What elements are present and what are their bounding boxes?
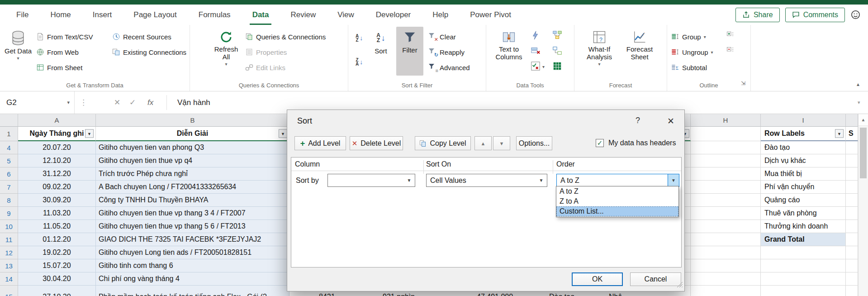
consolidate-icon[interactable] [552, 30, 562, 40]
subtotal-button[interactable]: Σ Subtotal [671, 61, 707, 74]
cell-date[interactable]: 01.12.20 [18, 233, 96, 246]
tab-view[interactable]: View [327, 5, 365, 25]
pivot-cell[interactable]: Thưởng kinh doanh [761, 220, 846, 233]
pivot-cell[interactable]: Mua thiết bị [761, 167, 846, 181]
hide-detail-icon[interactable] [726, 47, 734, 54]
confirm-entry-icon[interactable]: ✓ [129, 91, 136, 114]
cell-h[interactable] [691, 272, 761, 286]
cell-desc[interactable]: Chi phí ong vàng tháng 4 [96, 272, 289, 286]
cell-desc[interactable]: Gitiho chuyen tien thue vp q4 [96, 154, 289, 167]
chevron-down-icon[interactable]: ▼ [668, 174, 679, 186]
filter-dropdown-icon[interactable]: ▼ [85, 129, 94, 138]
dropdown-item-a-to-z[interactable]: A to Z [556, 186, 678, 196]
dropdown-item-z-to-a[interactable]: Z to A [556, 196, 678, 206]
pivot-cell[interactable] [761, 246, 846, 259]
cell-j[interactable] [846, 167, 858, 181]
row-header[interactable]: 14 [0, 272, 18, 286]
cell-h[interactable] [691, 220, 761, 233]
scroll-up-icon[interactable]: ▲ [859, 114, 868, 126]
cell-h1[interactable] [691, 127, 761, 141]
row-header[interactable]: 7 [0, 181, 18, 194]
group-button[interactable]: Group ▾ [671, 30, 706, 43]
tab-data[interactable]: Data [242, 5, 280, 25]
my-data-has-headers-checkbox[interactable]: ✓ [596, 139, 604, 147]
pivot-cell[interactable]: Phí vận chuyển [761, 181, 846, 194]
add-level-button[interactable]: + Add Level [294, 136, 346, 150]
row-header[interactable]: 12 [0, 246, 18, 259]
tab-formulas[interactable]: Formulas [188, 5, 242, 25]
cell-date[interactable]: 27.10.20 [18, 286, 96, 296]
pivot-cell[interactable]: Thuê văn phòng [761, 207, 846, 220]
from-sheet-button[interactable]: From Sheet [36, 61, 82, 74]
comments-button[interactable]: Comments [785, 8, 845, 22]
relationships-icon[interactable] [552, 46, 562, 56]
scrollbar-thumb[interactable] [860, 128, 867, 178]
cell-h[interactable] [691, 167, 761, 181]
forecast-sheet-button[interactable]: Forecast Sheet [621, 27, 658, 61]
cell-j[interactable] [846, 233, 858, 246]
order-combo[interactable]: A to Z ▼ [556, 174, 679, 187]
cell-desc[interactable]: A Bach chuyen Long / FT20041333265634 [96, 181, 289, 194]
chevron-down-icon[interactable]: ▾ [542, 65, 545, 69]
row-header[interactable]: 8 [0, 194, 18, 207]
row-header[interactable]: 4 [0, 141, 18, 154]
ok-button[interactable]: OK [572, 272, 623, 286]
cell-j[interactable] [846, 207, 858, 220]
from-web-button[interactable]: From Web [36, 46, 79, 58]
existing-connections-button[interactable]: Existing Connections [112, 46, 186, 58]
cell-h[interactable] [691, 154, 761, 167]
remove-duplicates-icon[interactable] [531, 46, 541, 56]
cell-j[interactable] [846, 259, 858, 272]
row-header[interactable]: 6 [0, 167, 18, 181]
recent-sources-button[interactable]: Recent Sources [112, 30, 171, 43]
delete-level-button[interactable]: ✕ Delete Level [350, 136, 403, 150]
feedback-smiley-icon[interactable] [850, 10, 861, 20]
cell-h[interactable] [691, 194, 761, 207]
cell-desc[interactable]: Phần mềm hạch toán kế toán tiếng anh Fle… [96, 286, 289, 296]
ungroup-button[interactable]: Ungroup ▾ [671, 46, 713, 58]
formula-input[interactable]: Vận hành [177, 91, 210, 114]
cell-h[interactable] [691, 259, 761, 272]
pivot-cell[interactable]: Quảng cáo [761, 194, 846, 207]
pivot-grand-total-cell[interactable]: Grand Total [761, 233, 846, 246]
data-validation-icon[interactable] [531, 61, 541, 71]
cell-date[interactable]: 20.07.20 [18, 141, 96, 154]
cell-desc[interactable]: Công ty TNHH Du Thuyền BHAYA [96, 194, 289, 207]
tab-review[interactable]: Review [280, 5, 327, 25]
cell-j1-sum-fragment[interactable]: S [846, 127, 858, 141]
name-box[interactable]: G2 ▾ [0, 91, 75, 114]
cell-h[interactable] [691, 141, 761, 154]
tab-file[interactable]: File [5, 5, 39, 25]
cancel-entry-icon[interactable]: ✕ [114, 91, 120, 114]
sort-button[interactable]: AZ↓ Sort [369, 27, 393, 55]
queries-connections-button[interactable]: Queries & Connections [245, 30, 326, 43]
cell-j[interactable] [846, 194, 858, 207]
cell-desc[interactable]: Trích trước Phép chưa nghỉ [96, 167, 289, 181]
column-header-b[interactable]: B [96, 114, 289, 127]
help-icon[interactable]: ? [636, 116, 640, 125]
clear-filter-button[interactable]: ✕ Clear [428, 30, 456, 43]
tab-insert[interactable]: Insert [82, 5, 123, 25]
cell-h[interactable] [691, 233, 761, 246]
pivot-cell[interactable] [761, 272, 846, 286]
cell-j[interactable] [846, 181, 858, 194]
cancel-button[interactable]: Cancel [630, 272, 681, 286]
data-model-icon[interactable] [552, 61, 562, 71]
filter-dropdown-icon[interactable]: ▼ [279, 129, 287, 138]
flash-fill-icon[interactable] [531, 30, 541, 40]
cell-desc[interactable]: Gitiho chuyen Long tien ads / FT20050182… [96, 246, 289, 259]
insert-function-icon[interactable]: fx [147, 91, 153, 114]
cell-j[interactable] [846, 220, 858, 233]
column-header-i[interactable]: I [761, 114, 846, 127]
get-data-button[interactable]: Get Data ▾ [4, 27, 33, 60]
sort-on-combo[interactable]: Cell Values ▼ [426, 174, 547, 187]
sort-ascending-button[interactable]: AZ↓ [356, 32, 363, 44]
expand-formula-bar-icon[interactable]: ▾ [858, 91, 860, 114]
pivot-cell[interactable]: Đào tạo [761, 141, 846, 154]
share-button[interactable]: Share [735, 8, 780, 22]
cell-date[interactable]: 19.02.20 [18, 246, 96, 259]
cell-i1-row-labels[interactable]: Row Labels ▼ [761, 127, 846, 141]
column-header-j-sliver[interactable] [846, 114, 858, 127]
collapse-ribbon-icon[interactable]: ▴ [857, 81, 859, 87]
cell-date[interactable]: 31.12.20 [18, 167, 96, 181]
